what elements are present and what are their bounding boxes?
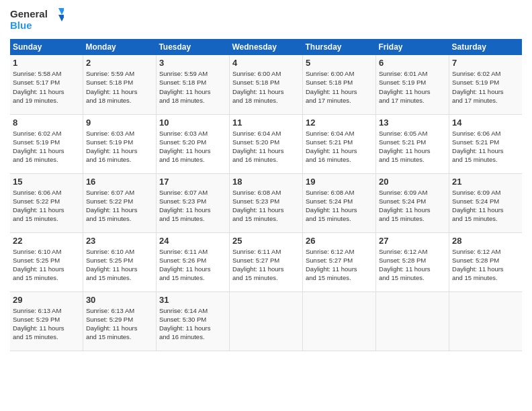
day-info: Sunrise: 6:08 AMSunset: 5:24 PMDaylight:… <box>306 188 373 224</box>
day-info: Sunrise: 6:09 AMSunset: 5:24 PMDaylight:… <box>379 188 446 224</box>
calendar-header-row: SundayMondayTuesdayWednesdayThursdayFrid… <box>10 39 522 55</box>
day-number: 26 <box>306 236 373 246</box>
day-info: Sunrise: 6:06 AMSunset: 5:22 PMDaylight:… <box>13 188 80 224</box>
day-info: Sunrise: 6:05 AMSunset: 5:21 PMDaylight:… <box>379 129 446 165</box>
day-info: Sunrise: 6:13 AMSunset: 5:29 PMDaylight:… <box>13 306 80 342</box>
day-number: 16 <box>86 177 153 187</box>
calendar-cell: 28Sunrise: 6:12 AMSunset: 5:28 PMDayligh… <box>449 232 522 291</box>
calendar-cell: 27Sunrise: 6:12 AMSunset: 5:28 PMDayligh… <box>376 232 449 291</box>
day-info: Sunrise: 6:13 AMSunset: 5:29 PMDaylight:… <box>86 306 153 342</box>
calendar-cell: 25Sunrise: 6:11 AMSunset: 5:27 PMDayligh… <box>229 232 302 291</box>
day-number: 21 <box>452 177 519 187</box>
day-info: Sunrise: 6:11 AMSunset: 5:26 PMDaylight:… <box>159 247 226 283</box>
day-number: 20 <box>379 177 446 187</box>
day-number: 13 <box>379 118 446 128</box>
day-header-wednesday: Wednesday <box>229 39 302 55</box>
calendar-cell: 19Sunrise: 6:08 AMSunset: 5:24 PMDayligh… <box>302 173 375 232</box>
calendar-cell: 24Sunrise: 6:11 AMSunset: 5:26 PMDayligh… <box>156 232 229 291</box>
day-info: Sunrise: 6:00 AMSunset: 5:18 PMDaylight:… <box>232 69 300 105</box>
day-info: Sunrise: 6:12 AMSunset: 5:27 PMDaylight:… <box>306 247 373 283</box>
day-info: Sunrise: 6:06 AMSunset: 5:21 PMDaylight:… <box>452 129 519 165</box>
day-info: Sunrise: 6:03 AMSunset: 5:20 PMDaylight:… <box>159 129 226 165</box>
day-number: 24 <box>159 236 226 246</box>
calendar-cell: 16Sunrise: 6:07 AMSunset: 5:22 PMDayligh… <box>83 173 156 232</box>
day-number: 7 <box>452 58 519 68</box>
day-number: 23 <box>86 236 153 246</box>
day-info: Sunrise: 6:07 AMSunset: 5:23 PMDaylight:… <box>159 188 226 224</box>
calendar-cell: 5Sunrise: 6:00 AMSunset: 5:18 PMDaylight… <box>302 55 375 114</box>
day-number: 12 <box>306 118 373 128</box>
logo: General Blue <box>10 7 64 34</box>
calendar-cell: 6Sunrise: 6:01 AMSunset: 5:19 PMDaylight… <box>376 55 449 114</box>
calendar-cell: 14Sunrise: 6:06 AMSunset: 5:21 PMDayligh… <box>449 114 522 173</box>
day-number: 28 <box>452 236 519 246</box>
day-number: 5 <box>306 58 373 68</box>
week-row-4: 22Sunrise: 6:10 AMSunset: 5:25 PMDayligh… <box>10 232 522 291</box>
calendar-cell: 10Sunrise: 6:03 AMSunset: 5:20 PMDayligh… <box>156 114 229 173</box>
svg-text:Blue: Blue <box>10 19 32 31</box>
day-number: 30 <box>86 295 153 305</box>
calendar-cell <box>449 291 522 351</box>
day-info: Sunrise: 6:07 AMSunset: 5:22 PMDaylight:… <box>86 188 153 224</box>
day-info: Sunrise: 6:08 AMSunset: 5:23 PMDaylight:… <box>232 188 300 224</box>
week-row-5: 29Sunrise: 6:13 AMSunset: 5:29 PMDayligh… <box>10 291 522 351</box>
svg-marker-3 <box>58 15 64 21</box>
day-number: 2 <box>86 58 153 68</box>
day-number: 9 <box>86 118 153 128</box>
calendar-cell: 22Sunrise: 6:10 AMSunset: 5:25 PMDayligh… <box>10 232 83 291</box>
calendar-cell: 29Sunrise: 6:13 AMSunset: 5:29 PMDayligh… <box>10 291 83 351</box>
calendar-cell: 15Sunrise: 6:06 AMSunset: 5:22 PMDayligh… <box>10 173 83 232</box>
week-row-1: 1Sunrise: 5:58 AMSunset: 5:17 PMDaylight… <box>10 55 522 114</box>
day-number: 4 <box>232 58 300 68</box>
day-header-thursday: Thursday <box>302 39 375 55</box>
day-number: 17 <box>159 177 226 187</box>
svg-marker-2 <box>58 8 64 15</box>
calendar-cell <box>302 291 375 351</box>
day-info: Sunrise: 6:10 AMSunset: 5:25 PMDaylight:… <box>13 247 80 283</box>
day-info: Sunrise: 6:14 AMSunset: 5:30 PMDaylight:… <box>159 306 226 342</box>
day-number: 1 <box>13 58 80 68</box>
day-header-sunday: Sunday <box>10 39 83 55</box>
day-header-monday: Monday <box>83 39 156 55</box>
day-number: 31 <box>159 295 226 305</box>
calendar-cell: 9Sunrise: 6:03 AMSunset: 5:19 PMDaylight… <box>83 114 156 173</box>
day-number: 10 <box>159 118 226 128</box>
calendar-cell: 26Sunrise: 6:12 AMSunset: 5:27 PMDayligh… <box>302 232 375 291</box>
calendar-cell: 13Sunrise: 6:05 AMSunset: 5:21 PMDayligh… <box>376 114 449 173</box>
calendar-cell: 3Sunrise: 5:59 AMSunset: 5:18 PMDaylight… <box>156 55 229 114</box>
day-header-tuesday: Tuesday <box>156 39 229 55</box>
calendar-cell: 17Sunrise: 6:07 AMSunset: 5:23 PMDayligh… <box>156 173 229 232</box>
calendar-table: SundayMondayTuesdayWednesdayThursdayFrid… <box>10 39 522 351</box>
calendar-cell: 18Sunrise: 6:08 AMSunset: 5:23 PMDayligh… <box>229 173 302 232</box>
day-info: Sunrise: 6:04 AMSunset: 5:20 PMDaylight:… <box>232 129 300 165</box>
calendar-cell: 20Sunrise: 6:09 AMSunset: 5:24 PMDayligh… <box>376 173 449 232</box>
svg-text:General: General <box>10 8 48 19</box>
calendar-cell: 12Sunrise: 6:04 AMSunset: 5:21 PMDayligh… <box>302 114 375 173</box>
calendar-cell: 8Sunrise: 6:02 AMSunset: 5:19 PMDaylight… <box>10 114 83 173</box>
week-row-2: 8Sunrise: 6:02 AMSunset: 5:19 PMDaylight… <box>10 114 522 173</box>
day-info: Sunrise: 6:09 AMSunset: 5:24 PMDaylight:… <box>452 188 519 224</box>
day-info: Sunrise: 6:11 AMSunset: 5:27 PMDaylight:… <box>232 247 300 283</box>
calendar-cell: 23Sunrise: 6:10 AMSunset: 5:25 PMDayligh… <box>83 232 156 291</box>
day-info: Sunrise: 6:10 AMSunset: 5:25 PMDaylight:… <box>86 247 153 283</box>
calendar-cell: 31Sunrise: 6:14 AMSunset: 5:30 PMDayligh… <box>156 291 229 351</box>
day-info: Sunrise: 5:59 AMSunset: 5:18 PMDaylight:… <box>159 69 226 105</box>
day-info: Sunrise: 6:12 AMSunset: 5:28 PMDaylight:… <box>379 247 446 283</box>
day-number: 18 <box>232 177 300 187</box>
day-number: 8 <box>13 118 80 128</box>
day-info: Sunrise: 6:12 AMSunset: 5:28 PMDaylight:… <box>452 247 519 283</box>
day-info: Sunrise: 6:00 AMSunset: 5:18 PMDaylight:… <box>306 69 373 105</box>
calendar-cell: 1Sunrise: 5:58 AMSunset: 5:17 PMDaylight… <box>10 55 83 114</box>
day-number: 27 <box>379 236 446 246</box>
day-info: Sunrise: 6:01 AMSunset: 5:19 PMDaylight:… <box>379 69 446 105</box>
calendar-cell: 30Sunrise: 6:13 AMSunset: 5:29 PMDayligh… <box>83 291 156 351</box>
main-container: General Blue SundayMondayTuesdayWednesda… <box>0 0 532 358</box>
day-number: 29 <box>13 295 80 305</box>
day-number: 14 <box>452 118 519 128</box>
day-number: 11 <box>232 118 300 128</box>
header: General Blue <box>10 7 522 34</box>
day-number: 22 <box>13 236 80 246</box>
day-number: 25 <box>232 236 300 246</box>
day-number: 19 <box>306 177 373 187</box>
day-number: 15 <box>13 177 80 187</box>
